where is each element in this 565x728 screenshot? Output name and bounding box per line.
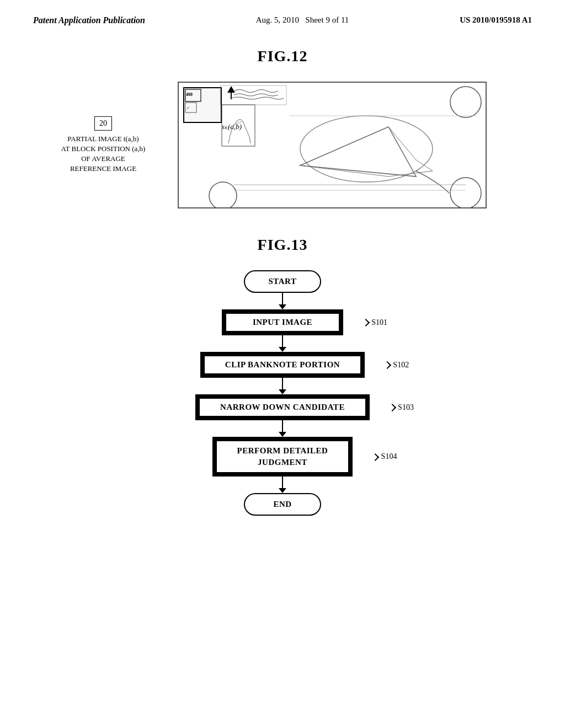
main-content: FIG.12 20 PARTIAL IMAGE t(a,b) AT BLOCK …	[0, 25, 565, 565]
svg-point-11	[450, 87, 481, 117]
fig12-title: FIG.12	[33, 47, 532, 65]
svg-point-12	[450, 178, 481, 207]
flow-node-s101: INPUT IMAGE S101	[222, 309, 343, 335]
start-box: START	[244, 270, 321, 293]
patent-number: US 2010/0195918 A1	[460, 15, 532, 24]
perform-detailed-line2: JUDGMENT	[237, 457, 328, 468]
flow-node-start: START	[244, 270, 321, 293]
flow-node-end: END	[244, 493, 321, 516]
input-image-box: INPUT IMAGE	[222, 309, 343, 335]
banknote-illustration	[179, 83, 486, 207]
fig13-title: FIG.13	[33, 236, 532, 254]
svg-point-13	[209, 182, 237, 207]
block-id: 20	[94, 116, 112, 131]
narrow-down-box: NARROW DOWN CANDIDATE	[195, 394, 370, 420]
header-center: Aug. 5, 2010 Sheet 9 of 11	[256, 15, 349, 25]
fig12-section: FIG.12 20 PARTIAL IMAGE t(a,b) AT BLOCK …	[33, 47, 532, 208]
fig13-flowchart: START INPUT IMAGE S101	[33, 270, 532, 516]
svg-marker-5	[227, 86, 235, 93]
arrow-1	[279, 293, 286, 309]
perform-detailed-box: PERFORM DETAILED JUDGMENT	[212, 437, 353, 477]
clip-banknote-box: CLIP BANKNOTE PORTION	[200, 352, 365, 378]
page-header: Patent Application Publication Aug. 5, 2…	[0, 0, 565, 25]
perform-detailed-line1: PERFORM DETAILED	[237, 445, 328, 457]
sheet-info: Sheet 9 of 11	[305, 15, 349, 24]
header-left: Patent Application Publication	[33, 15, 145, 25]
flow-node-s104: PERFORM DETAILED JUDGMENT S104	[212, 437, 353, 477]
flow-node-s103: NARROW DOWN CANDIDATE S103	[195, 394, 370, 420]
step-s104: S104	[372, 452, 397, 461]
arrow-4	[279, 420, 286, 437]
step-s103: S103	[390, 403, 414, 412]
publication-label: Patent Application Publication	[33, 15, 145, 25]
fig12-image-box: 400 ✓ sₖ(a,b)	[178, 82, 487, 208]
pub-date: Aug. 5, 2010	[256, 15, 299, 24]
fig13-section: FIG.13 START INPUT IMAGE S101	[33, 236, 532, 516]
end-box: END	[244, 493, 321, 516]
flowchart: START INPUT IMAGE S101	[195, 270, 370, 516]
fig12-diagram: 20 PARTIAL IMAGE t(a,b) AT BLOCK POSITIO…	[56, 82, 509, 208]
header-right: US 2010/0195918 A1	[460, 15, 532, 25]
arrow-2	[279, 335, 286, 352]
partial-image-label: PARTIAL IMAGE t(a,b) AT BLOCK POSITION (…	[56, 133, 150, 174]
step-s101: S101	[363, 318, 387, 327]
arrow-5	[279, 477, 286, 493]
arrow-3	[279, 378, 286, 394]
fig12-label: 20 PARTIAL IMAGE t(a,b) AT BLOCK POSITIO…	[56, 116, 150, 174]
step-s102: S102	[385, 361, 409, 370]
flow-node-s102: CLIP BANKNOTE PORTION S102	[200, 352, 365, 378]
